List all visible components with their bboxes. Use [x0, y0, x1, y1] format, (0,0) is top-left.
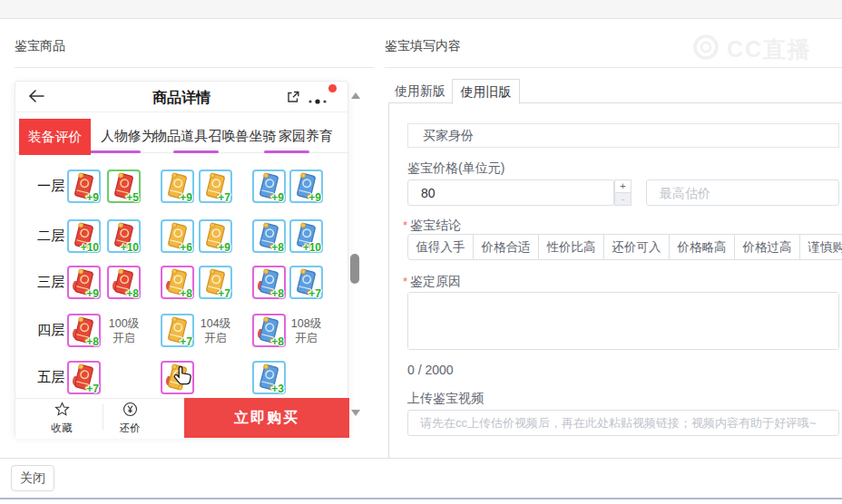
equip-item[interactable]: +7 — [161, 314, 194, 347]
close-button[interactable]: 关闭 — [11, 465, 54, 491]
tab-use-new-version[interactable]: 使用新版 — [388, 79, 452, 102]
notification-dot — [328, 84, 337, 92]
char-counter: 0 / 2000 — [407, 363, 454, 377]
floor-label: 一层 — [37, 178, 64, 195]
yen-circle-icon — [122, 402, 138, 421]
refine-level-badge: +7 — [180, 335, 192, 348]
equip-item[interactable]: +7 — [199, 170, 232, 203]
refine-level-badge: +9 — [86, 191, 99, 204]
equip-item[interactable]: +8 — [252, 219, 286, 253]
video-link-input[interactable] — [408, 411, 838, 435]
refine-level-badge: +8 — [126, 287, 139, 300]
appraisal-window: 鉴宝商品 鉴宝填写内容 CC直播 商品详情 装备评价人物修为物品道具召唤兽坐骑家… — [0, 0, 842, 504]
equip-item[interactable]: +9 — [252, 170, 286, 203]
equip-item[interactable]: +7 — [289, 266, 323, 299]
product-tab-0[interactable]: 装备评价 — [19, 119, 91, 155]
refine-level-badge: +3 — [271, 383, 284, 395]
conclusion-button-group: 值得入手价格合适性价比高还价可入价格略高价格过高谨慎购买 — [407, 234, 842, 260]
equip-item[interactable]: +8 — [252, 266, 286, 299]
equip-item[interactable]: +9 — [161, 170, 194, 203]
refine-level-badge: +7 — [308, 287, 321, 300]
price-label: 鉴宝价格(单位元) — [407, 160, 504, 177]
watermark-logo: CC直播 — [691, 33, 812, 65]
conclusion-option-1[interactable]: 价格合适 — [473, 234, 539, 260]
equip-item[interactable]: +9 — [67, 266, 101, 299]
scroll-down-arrow[interactable] — [351, 410, 360, 416]
floor-label: 三层 — [37, 274, 64, 291]
scroll-up-arrow[interactable] — [351, 92, 360, 99]
tab-use-old-version[interactable]: 使用旧版 — [452, 79, 520, 104]
equip-item[interactable]: +7 — [199, 266, 232, 299]
refine-level-badge: +7 — [218, 191, 230, 204]
bargain-label: 还价 — [120, 422, 141, 435]
reason-textarea[interactable] — [408, 293, 838, 349]
reason-label: *鉴定原因 — [403, 274, 461, 290]
partial-item-edge — [173, 150, 219, 153]
scrollbar-thumb[interactable] — [350, 254, 359, 284]
equip-item[interactable]: +10 — [67, 219, 101, 253]
required-asterisk: * — [403, 275, 407, 288]
conclusion-option-0[interactable]: 值得入手 — [407, 234, 474, 260]
buyer-identity-section[interactable]: 买家身份 — [407, 123, 839, 148]
locked-level-text: 108级开启 — [286, 316, 327, 345]
star-icon — [54, 402, 70, 421]
conclusion-option-3[interactable]: 还价可入 — [603, 234, 670, 260]
favorite-label: 收藏 — [52, 422, 73, 435]
refine-level-badge: +6 — [180, 241, 192, 254]
window-title-strip — [0, 0, 842, 19]
refine-level-badge: +7 — [218, 287, 230, 300]
equip-item[interactable]: +3 — [252, 361, 286, 394]
equip-item[interactable]: +7 — [67, 361, 101, 394]
equip-item[interactable]: +9 — [289, 170, 323, 203]
floor-label: 四层 — [37, 322, 64, 339]
refine-level-badge: +8 — [180, 287, 192, 300]
right-header-divider — [385, 67, 842, 68]
refine-level-badge: +9 — [271, 191, 284, 204]
equip-item[interactable]: +6 — [161, 219, 194, 253]
refine-level-badge: +8 — [271, 335, 284, 348]
refine-level-badge: +10 — [121, 241, 139, 254]
conclusion-option-6[interactable]: 谨慎购买 — [799, 234, 842, 260]
product-tab-3[interactable]: 召唤兽坐骑 — [209, 128, 277, 145]
equip-item[interactable]: +9 — [67, 170, 101, 203]
locked-level-text: 104级开启 — [195, 316, 236, 345]
refine-level-badge: +9 — [86, 287, 99, 300]
conclusion-label: *鉴宝结论 — [403, 218, 461, 234]
floor-label: 二层 — [37, 228, 64, 245]
bargain-button[interactable]: 还价 — [109, 398, 151, 438]
price-stepper: + - — [614, 179, 632, 206]
price-input[interactable] — [408, 180, 613, 205]
conclusion-option-5[interactable]: 价格过高 — [734, 234, 800, 260]
equip-item[interactable]: +8 — [161, 266, 194, 299]
equip-item[interactable]: +10 — [289, 219, 323, 253]
refine-level-badge: +10 — [81, 241, 99, 254]
equip-item[interactable]: +9 — [199, 219, 232, 253]
required-asterisk: * — [403, 218, 407, 232]
buyer-identity-label: 买家身份 — [423, 128, 474, 142]
partial-item-edge — [264, 150, 309, 153]
product-tab-4[interactable]: 家园养育 — [279, 128, 333, 145]
refine-level-badge: +5 — [126, 191, 139, 204]
equip-item[interactable]: +5 — [107, 170, 141, 203]
mouse-cursor — [172, 364, 194, 392]
more-icon[interactable] — [308, 93, 329, 110]
conclusion-option-4[interactable]: 价格略高 — [669, 234, 735, 260]
video-input-box — [407, 410, 839, 436]
buy-now-button[interactable]: 立即购买 — [184, 398, 349, 438]
stepper-increase-button[interactable]: + — [614, 179, 632, 193]
share-icon[interactable] — [286, 90, 300, 108]
max-price-input[interactable] — [647, 180, 838, 205]
equip-item[interactable]: +10 — [107, 219, 141, 253]
conclusion-option-2[interactable]: 性价比高 — [538, 234, 604, 260]
floor-label: 五层 — [37, 369, 64, 386]
product-tab-1[interactable]: 人物修为 — [101, 128, 155, 145]
refine-level-badge: +8 — [271, 287, 284, 300]
refine-level-badge: +8 — [86, 335, 99, 348]
refine-level-badge: +9 — [218, 241, 230, 254]
product-tab-2[interactable]: 物品道具 — [153, 128, 208, 145]
stepper-decrease-button[interactable]: - — [614, 192, 632, 206]
favorite-button[interactable]: 收藏 — [41, 398, 83, 438]
equip-item[interactable]: +8 — [252, 314, 286, 347]
equip-item[interactable]: +8 — [107, 266, 141, 299]
equip-item[interactable]: +8 — [67, 314, 101, 347]
